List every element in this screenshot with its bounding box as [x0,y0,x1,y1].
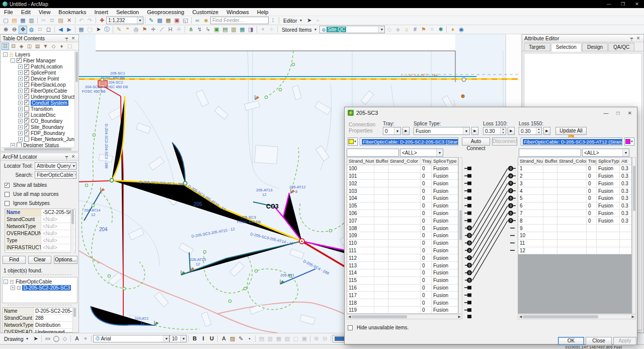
left-buffer-color-swatch[interactable]: ▼ [348,137,358,146]
table-row[interactable]: 12 [518,247,631,255]
menu-edit[interactable]: Edit [17,9,35,15]
group-icon[interactable]: ▢ [291,334,300,343]
toc-options-icon[interactable]: ⬚ [66,43,73,50]
pin-icon[interactable]: ┯ [63,154,70,159]
text-tool-icon[interactable]: A [72,334,81,343]
table-row[interactable]: 1170Fusion [347,292,458,299]
auto-connect-button[interactable]: Auto Connect [462,137,490,146]
tab-qaqc[interactable]: QA/QC [608,43,634,51]
layer-checkbox[interactable] [24,106,29,111]
layer-row-site-boundary[interactable]: +Site_Boundary [1,124,74,130]
table-row[interactable]: 20Fusion0.3 [518,173,631,180]
right-cable-combo[interactable]: FiberOpticCable: D-205-SC3-205-AT12 (Str… [521,137,622,146]
map-tool-2-icon[interactable]: ▦ [164,17,173,25]
left-cable-combo[interactable]: FiberOpticCable: D-205-SC2-205-SC3 (Stra… [360,137,458,146]
table-row[interactable]: 1190Fusion [347,307,458,314]
scale-combo[interactable]: 1:1,232▼ [106,17,143,24]
layout-icon[interactable]: ◱ [181,17,190,25]
pan-tool-icon[interactable]: ✥ [19,26,27,34]
copy-icon[interactable]: ⧉ [48,17,56,25]
right-filter-all-combo[interactable]: <ALL>▼ [582,149,629,157]
underline-icon[interactable]: U [207,334,216,343]
expander-icon[interactable]: + [18,131,23,135]
table-row[interactable]: 30Fusion0.3 [518,180,631,187]
table-row[interactable]: 1140Fusion [347,269,458,277]
grid-icon[interactable]: ⌗ [428,26,436,34]
toc-vertical-scrollbar[interactable] [74,51,78,147]
expander-icon[interactable]: + [18,64,23,69]
left-filter-all-combo[interactable]: <ALL>▼ [400,149,443,157]
checkbox-icon[interactable] [5,201,10,206]
right-table-vscrollbar[interactable] [632,157,636,314]
splice-connections[interactable]: 0000000000000000 [462,157,518,319]
delete-icon[interactable]: ✕ [65,17,73,25]
layer-checkbox[interactable] [17,143,22,147]
network-tool-1-icon[interactable]: ✦ [259,26,267,34]
result-parent[interactable]: FiberOpticCable [16,279,52,285]
tray-combo[interactable]: 0▼ [383,127,401,135]
expand-icon[interactable]: + [11,286,15,290]
expander-icon[interactable]: - [3,52,8,57]
table-row[interactable]: 1130Fusion [347,262,458,269]
list-by-selection-icon[interactable]: ◫ [26,43,33,50]
hide-unavailable-row[interactable]: Hide unavailable items. [348,325,409,330]
splice-type-combo[interactable]: Fusion▼ [414,127,470,135]
measure-icon[interactable]: ⟋ [157,26,166,34]
close-icon[interactable]: ✕ [635,36,641,41]
callout-tool-icon[interactable]: ⌖ [81,334,90,343]
editor-sketch-icon[interactable]: ✎ [147,17,155,25]
table-row[interactable]: 1090Fusion [347,232,458,240]
menu-geoprocessing[interactable]: Geoprocessing [143,9,188,15]
layer-row-device-point[interactable]: +Device Point [1,76,74,82]
left-table-vscrollbar[interactable] [458,157,462,314]
table-row[interactable]: 60Fusion0.3 [518,202,631,210]
align-1-icon[interactable]: ▤ [257,334,266,343]
menu-windows[interactable]: Windows [222,9,253,15]
table-row[interactable]: 1030Fusion [347,187,458,195]
find-button[interactable]: Find [3,256,26,264]
layer-row-fiberopticcable[interactable]: +FiberOpticCable [1,88,74,94]
layer-row-fiberslackloop[interactable]: +FiberSlackLoop [1,82,74,88]
menu-view[interactable]: View [35,9,55,15]
table-row[interactable]: 1160Fusion [347,285,458,292]
stored-display-1-icon[interactable]: ◇ [385,26,393,34]
layer-checkbox[interactable] [24,70,29,75]
select-elements-icon[interactable]: ➤ [94,26,103,34]
table-row[interactable]: 50Fusion0.3 [518,195,631,202]
arcfm-locator-icon[interactable]: ▣ [212,26,221,34]
menu-selection[interactable]: Selection [112,9,143,15]
arcfm-attribute-editor-icon[interactable]: ⋔ [187,26,195,34]
expander-icon[interactable]: + [18,125,23,129]
checkbox-use-all-map-sources[interactable]: Use all map sources [5,191,78,197]
layer-checkbox[interactable] [24,76,29,81]
rectangle-tool-icon[interactable]: ▭ [43,334,52,343]
toc-option-2-icon[interactable]: ▼ [42,43,49,50]
expander-icon[interactable]: + [18,107,23,111]
table-row[interactable]: 70Fusion0.3 [518,210,631,218]
editor-menu[interactable]: Editor▼ [281,18,305,24]
list-by-visibility-icon[interactable]: ◈ [18,43,25,50]
more-options-icon[interactable]: ⁞ [269,17,277,25]
minimize-button[interactable]: — [602,0,616,8]
font-combo[interactable]: ⓄArial▼ [93,335,170,342]
full-extent-icon[interactable]: ◍ [27,26,36,34]
pin-icon[interactable]: ┯ [628,36,635,41]
toc-horizontal-scrollbar[interactable] [1,147,74,151]
right-filter-input[interactable] [519,149,581,157]
list-by-drawing-order-icon[interactable]: ☷ [2,43,9,50]
align-2-icon[interactable]: ▥ [266,334,274,343]
dialog-maximize-button[interactable]: □ [617,110,620,116]
layer-checkbox[interactable] [24,112,29,117]
ungroup-icon[interactable]: ▣ [300,334,308,343]
menu-insert[interactable]: Insert [90,9,112,15]
table-row[interactable]: 11 [518,240,631,247]
layer-row-splicepoint[interactable]: +SplicePoint [1,69,74,76]
table-row[interactable]: 1150Fusion [347,277,458,285]
forward-extent-icon[interactable]: ▶ [65,26,73,34]
tab-selection[interactable]: Selection [551,43,582,51]
italic-icon[interactable]: I [199,334,207,343]
table-row[interactable]: 1120Fusion [347,254,458,262]
circle-tool-icon[interactable]: ◯ [52,334,60,343]
layer-checkbox[interactable] [24,124,29,129]
menu-help[interactable]: Help [253,9,273,15]
